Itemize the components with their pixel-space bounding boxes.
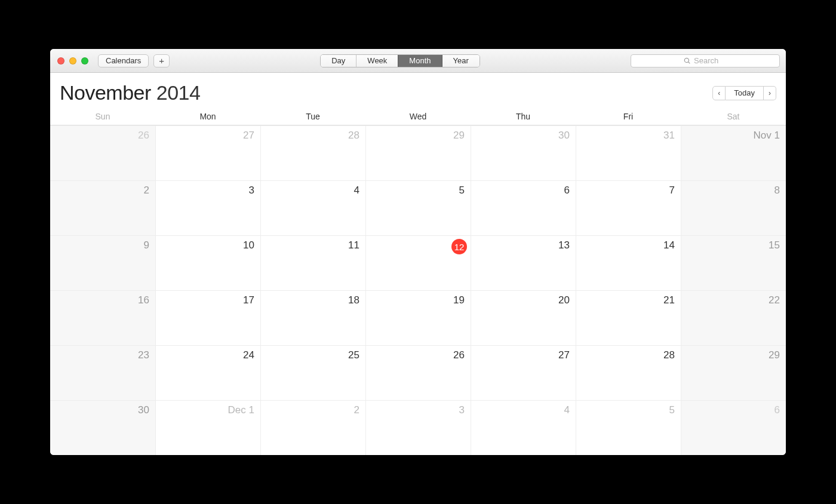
next-month-button[interactable]: › [764,86,776,100]
search-field[interactable] [631,54,780,67]
calendar-window: Calendars + Day Week Month Year November… [50,49,786,455]
day-cell[interactable]: 4 [471,400,576,455]
day-cell[interactable]: 6 [471,180,576,235]
day-number: 3 [459,404,465,416]
day-cell[interactable]: 3 [155,180,260,235]
day-cell[interactable]: 29 [681,345,786,400]
today-marker: 12 [451,239,467,254]
day-cell[interactable]: 25 [260,345,365,400]
dow-fri: Fri [576,112,681,121]
day-number: 16 [138,294,149,306]
day-number: 4 [354,185,359,196]
day-cell[interactable]: 18 [260,290,365,345]
day-number: 17 [243,294,254,306]
day-number: 23 [138,349,149,361]
day-cell[interactable]: Nov 1 [681,125,786,180]
dow-mon: Mon [155,112,260,121]
day-cell[interactable]: 20 [471,290,576,345]
day-cell[interactable]: 27 [471,345,576,400]
day-cell[interactable]: 9 [50,235,155,290]
day-cell[interactable]: 29 [365,125,471,180]
day-number: 30 [138,404,149,416]
day-cell[interactable]: 17 [155,290,260,345]
day-cell[interactable]: 21 [576,290,681,345]
day-number: 26 [453,349,465,361]
view-year[interactable]: Year [442,55,480,67]
year-label: 2014 [156,81,201,104]
day-cell[interactable]: 3 [365,400,471,455]
day-cell[interactable]: 7 [576,180,681,235]
day-number: 28 [663,349,675,361]
day-cell[interactable]: 30 [471,125,576,180]
day-cell[interactable]: 26 [50,125,155,180]
day-number: 29 [769,349,780,361]
day-cell[interactable]: 10 [155,235,260,290]
day-cell[interactable]: 28 [576,345,681,400]
day-number: 30 [558,130,570,142]
day-number: 2 [354,404,359,416]
day-number: Nov 1 [754,130,780,142]
day-cell[interactable]: 12 [365,235,471,290]
dow-tue: Tue [260,112,365,121]
day-number: 25 [348,349,359,361]
chevron-right-icon: › [769,89,771,97]
day-cell[interactable]: 19 [365,290,471,345]
day-number: 9 [144,239,149,251]
day-number: 6 [564,185,570,196]
day-cell[interactable]: 23 [50,345,155,400]
day-number: 4 [564,404,570,416]
day-cell[interactable]: 31 [576,125,681,180]
day-number: 2 [144,185,149,196]
window-controls [57,57,88,64]
search-input[interactable] [694,56,727,65]
day-number: 20 [558,294,570,306]
day-cell[interactable]: 14 [576,235,681,290]
calendars-button[interactable]: Calendars [98,54,149,67]
day-cell[interactable]: 27 [155,125,260,180]
day-cell[interactable]: 24 [155,345,260,400]
day-cell[interactable]: 13 [471,235,576,290]
day-number: 19 [453,294,465,306]
day-cell[interactable]: 6 [681,400,786,455]
day-cell[interactable]: 4 [260,180,365,235]
day-number: 22 [769,294,780,306]
day-cell[interactable]: 5 [576,400,681,455]
day-cell[interactable]: 28 [260,125,365,180]
day-number: 5 [669,404,675,416]
day-cell[interactable]: 22 [681,290,786,345]
day-cell[interactable]: 5 [365,180,471,235]
dow-sat: Sat [681,112,786,121]
day-cell[interactable]: 15 [681,235,786,290]
day-number: 7 [669,185,675,196]
view-week[interactable]: Week [356,55,398,67]
day-cell[interactable]: 2 [50,180,155,235]
month-title: November 2014 [60,81,200,105]
minimize-window-button[interactable] [69,57,76,64]
today-button[interactable]: Today [726,86,764,100]
day-number: 3 [249,185,254,196]
dow-thu: Thu [471,112,576,121]
day-number: 13 [558,239,570,251]
day-number: 10 [243,239,254,251]
add-event-button[interactable]: + [153,54,170,67]
view-month[interactable]: Month [398,55,441,67]
day-cell[interactable]: 30 [50,400,155,455]
month-name: November [60,81,151,104]
day-number: 5 [459,185,465,196]
day-cell[interactable]: Dec 1 [155,400,260,455]
view-switcher: Day Week Month Year [320,54,480,67]
day-of-week-header: Sun Mon Tue Wed Thu Fri Sat [50,108,786,125]
close-window-button[interactable] [57,57,64,64]
day-number: 14 [663,239,675,251]
day-cell[interactable]: 2 [260,400,365,455]
day-number: 29 [453,130,465,142]
view-day[interactable]: Day [321,55,356,67]
day-number: 27 [243,130,254,142]
day-cell[interactable]: 8 [681,180,786,235]
day-cell[interactable]: 26 [365,345,471,400]
prev-month-button[interactable]: ‹ [712,86,726,100]
zoom-window-button[interactable] [81,57,88,64]
day-cell[interactable]: 16 [50,290,155,345]
day-number: 27 [558,349,570,361]
day-cell[interactable]: 11 [260,235,365,290]
